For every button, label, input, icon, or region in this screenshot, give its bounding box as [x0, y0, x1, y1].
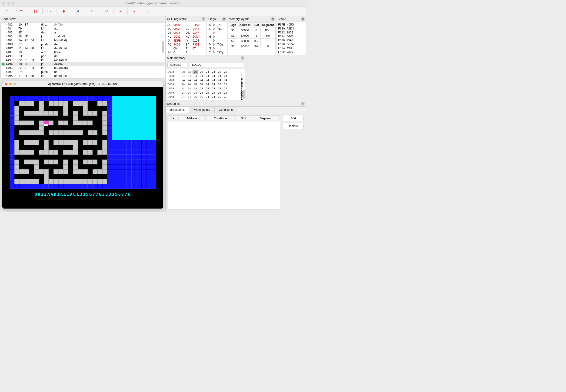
memory-hex-view[interactable]: D018C933262624242626. 3 & & $ $ & &D0202…	[166, 69, 245, 100]
close-icon[interactable]: ✕	[222, 17, 226, 21]
close-icon[interactable]: ✕	[202, 17, 205, 21]
code-row[interactable]: 44853Ddeca	[1, 30, 165, 34]
code-row[interactable]: 448210B7djnz#443b	[1, 23, 165, 27]
stack-row[interactable]: F37E405D	[278, 23, 304, 27]
maze-cell	[97, 111, 102, 116]
stack-row[interactable]: F38673A8	[278, 39, 304, 42]
table-row[interactable]: $3$C0003-20	[228, 44, 276, 49]
maze-cell	[10, 130, 15, 135]
tab-breakpoints[interactable]: Breakpoints	[165, 107, 190, 113]
add-button[interactable]: Add	[283, 115, 304, 121]
maze-cell	[34, 164, 39, 169]
stack-body[interactable]: F37E405DF380A8D3F382185EF384D303F38673A8…	[277, 22, 306, 55]
memory-row[interactable]: D018C933262624242626. 3 & & $ $ & &	[167, 70, 244, 74]
maze-cell	[92, 116, 97, 121]
maze-cell	[78, 111, 83, 116]
maze-cell	[58, 111, 63, 116]
close-icon[interactable]: ✕	[301, 17, 305, 21]
cpu-registers-body[interactable]: AF0900AF'F4A0BC000ABC'04F3DE0004DE'01FFH…	[166, 22, 206, 55]
step-into-icon[interactable]	[87, 8, 97, 15]
code-row[interactable]: 44962AABD1ldhl,(#d1ab)	[1, 66, 165, 70]
column-header[interactable]: Address	[238, 23, 252, 28]
maze-cell	[29, 135, 34, 140]
flags-panel: Flags: ✕ S0(P)Z0(NZ)0H00P0(PO)N0C0(NC)	[207, 16, 227, 55]
emulator-titlebar[interactable]: openMSX 17.0-368-g4cf10bf95 [opt] - C-BI…	[2, 81, 163, 87]
memory-row[interactable]: D0402424242426262626$ $ & & & & & &	[167, 91, 244, 95]
stack-row[interactable]: F384D303	[278, 35, 304, 39]
maze-cell	[34, 169, 39, 174]
code-row[interactable]: 448F19addhl,de	[1, 50, 165, 54]
memory-row[interactable]: D0282424242424242424$ $ $ $ $ $ & &	[167, 79, 244, 83]
maze-cell	[10, 96, 15, 101]
maze-cell	[19, 169, 24, 174]
scrollbar[interactable]	[162, 41, 164, 53]
maze-cell	[117, 106, 122, 111]
step-back-icon[interactable]	[130, 8, 140, 15]
memory-layout-body[interactable]: PageAddressSlotSegment$0$00000R0/1$1$400…	[228, 22, 276, 55]
stack-row[interactable]: F388D37A	[278, 42, 304, 46]
code-row[interactable]: 449122AFD1ld(#d1af),hl	[1, 58, 165, 62]
memory-row[interactable]: D0202424242424242424$ $ & & $ $ $ $	[167, 74, 244, 79]
emulator-window[interactable]: openMSX 17.0-368-g4cf10bf95 [opt] - C-BI…	[2, 81, 163, 209]
step-out-icon[interactable]	[115, 8, 126, 15]
run-icon[interactable]	[73, 8, 83, 15]
step-over-icon[interactable]	[101, 8, 111, 15]
address-input[interactable]	[190, 62, 244, 67]
stack-row[interactable]: F382185E	[278, 31, 304, 35]
disconnect-icon[interactable]	[16, 8, 26, 15]
code-row[interactable]: 448BD5pushde	[1, 42, 165, 46]
maze-cell	[112, 164, 117, 169]
code-row[interactable]: 44882AAFD1ldhl,(#d1af)	[1, 38, 165, 42]
code-row[interactable]: 4486281Djrz,#44a5	[1, 34, 165, 38]
column-header[interactable]: X	[168, 116, 179, 121]
maze-cell	[39, 145, 44, 150]
memory-row[interactable]: D0302424262624242626$ $ & & $ $ & &	[167, 83, 244, 87]
memory-row[interactable]: D0382424242424242424$ $ $ $ $ $ $ $	[167, 87, 244, 91]
address-mode-select[interactable]: Address:	[167, 62, 187, 67]
maze-cell	[102, 106, 107, 111]
table-row[interactable]: $1$40001R0	[228, 33, 276, 39]
column-header[interactable]: Segment	[252, 116, 280, 121]
stack-row[interactable]: F380A8D3	[278, 27, 304, 31]
tab-watchpoints[interactable]: Watchpoints	[190, 107, 214, 113]
tab-conditions[interactable]: Conditions	[214, 107, 237, 113]
code-row[interactable]: 448C111400ldde,#0014	[1, 46, 165, 50]
symbols-button[interactable]: SYM:	[45, 8, 55, 15]
record-icon[interactable]	[59, 8, 69, 15]
code-row[interactable]: 449418FEjr#4494	[1, 62, 165, 66]
column-header[interactable]: Slot	[252, 23, 260, 28]
column-header[interactable]: Condition	[205, 116, 235, 121]
breakpoints-table[interactable]: XAddressConditionSlotSegment	[168, 115, 280, 210]
code-row[interactable]: 449A112C00ldde,#002c	[1, 74, 165, 78]
pause-icon[interactable]	[30, 8, 41, 15]
maze-cell	[141, 130, 146, 135]
code-view-body[interactable]: 448210B7djnz#443b448479lda,c44853Ddeca44…	[0, 22, 165, 79]
flags-body[interactable]: S0(P)Z0(NZ)0H00P0(PO)N0C0(NC)	[208, 22, 227, 55]
code-row[interactable]: 448479lda,c	[1, 27, 165, 30]
connect-icon[interactable]	[2, 8, 12, 15]
column-header[interactable]: Address	[179, 116, 205, 121]
stack-row[interactable]: F38AC9A8	[278, 46, 304, 50]
column-header[interactable]: Segment	[260, 23, 275, 28]
maze-cell	[10, 140, 15, 145]
memory-row[interactable]: D0482424262624242626$ $ & & $ $ & &	[167, 95, 244, 99]
maze-cell	[19, 101, 24, 106]
close-icon[interactable]: ✕	[301, 102, 305, 106]
maze-cell	[39, 126, 44, 130]
close-icon[interactable]: ✕	[241, 56, 244, 60]
close-icon[interactable]: ✕	[271, 17, 275, 21]
maze-cell	[39, 116, 44, 121]
code-row[interactable]: 4499D5pushde	[1, 70, 165, 74]
maze-cell	[44, 126, 49, 130]
code-row[interactable]: 4490D1popde	[1, 54, 165, 58]
column-header[interactable]: Slot	[235, 116, 252, 121]
stack-row[interactable]: F38ECD08	[278, 54, 304, 55]
maze-cell	[15, 174, 19, 179]
scrollbar[interactable]	[243, 90, 245, 99]
column-header[interactable]: Page	[228, 23, 238, 28]
remove-button[interactable]: Remove	[283, 123, 304, 129]
braces-icon[interactable]	[144, 8, 154, 15]
table-row[interactable]: $2$80003-21	[228, 39, 276, 44]
table-row[interactable]: $0$00000R0/1	[228, 28, 276, 33]
stack-row[interactable]: F38CA8D3	[278, 50, 304, 54]
